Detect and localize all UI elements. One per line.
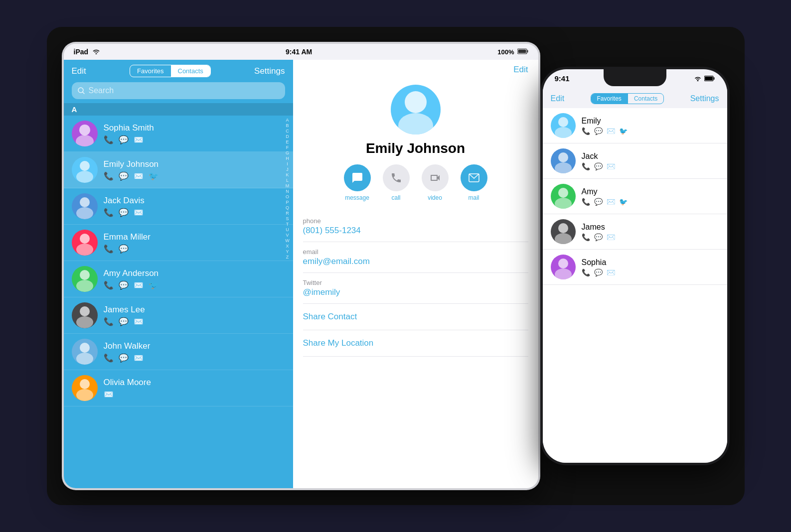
list-item[interactable]: Jack Davis 📞 💬 ✉️	[64, 188, 293, 225]
list-item[interactable]: Emily Johnson 📞 💬 ✉️ 🐦	[64, 152, 293, 188]
search-input[interactable]	[89, 86, 279, 95]
phone-icon: 📞	[104, 135, 114, 144]
detail-panel: Edit Emily Johnson message	[293, 60, 538, 488]
share-location-label: Share My Location	[303, 338, 528, 348]
iphone-list-item[interactable]: Jack 📞 💬 ✉️	[543, 143, 727, 179]
alpha-o[interactable]: O	[284, 194, 291, 199]
contact-actions: 📞 💬 ✉️	[104, 353, 285, 363]
message-action-button[interactable]: message	[344, 164, 371, 201]
svg-point-18	[76, 353, 93, 365]
list-item[interactable]: Sophia Smith 📞 💬 ✉️	[64, 116, 293, 152]
alpha-g[interactable]: G	[284, 150, 291, 155]
svg-point-6	[76, 135, 94, 146]
favorites-tab[interactable]: Favorites	[130, 65, 170, 77]
ipad-clock: 9:41 AM	[286, 48, 312, 56]
alpha-j[interactable]: J	[284, 167, 291, 172]
iphone-list-item[interactable]: James 📞 💬 ✉️	[543, 214, 727, 250]
detail-fields: phone (801) 555-1234 email emily@email.c…	[293, 211, 538, 357]
alpha-e[interactable]: E	[284, 139, 291, 144]
alpha-y[interactable]: Y	[284, 249, 291, 254]
mail-icon: ✉️	[104, 390, 114, 399]
settings-button[interactable]: Settings	[254, 66, 285, 76]
alpha-r[interactable]: R	[284, 211, 291, 216]
iphone-list-item[interactable]: Sophia 📞 💬 ✉️	[543, 250, 727, 285]
phone-value[interactable]: (801) 555-1234	[303, 226, 528, 236]
share-contact-row[interactable]: Share Contact	[303, 304, 528, 330]
twitter-value[interactable]: @imemily	[303, 287, 528, 297]
contact-name: John Walker	[104, 341, 285, 351]
detail-contact-name: Emily Johnson	[366, 140, 465, 156]
alpha-b[interactable]: B	[284, 123, 291, 128]
iphone-message-icon: 💬	[594, 233, 603, 241]
wifi-icon	[92, 48, 100, 56]
share-location-row[interactable]: Share My Location	[303, 330, 528, 357]
alpha-a[interactable]: A	[284, 118, 291, 123]
svg-point-5	[79, 125, 90, 135]
svg-rect-1	[527, 50, 528, 52]
list-item[interactable]: James Lee 📞 💬 ✉️	[64, 297, 293, 334]
iphone-list-item[interactable]: Amy 📞 💬 ✉️ 🐦	[543, 179, 727, 214]
list-item[interactable]: John Walker 📞 💬 ✉️	[64, 334, 293, 370]
mail-icon: ✉️	[134, 208, 144, 217]
video-label: video	[428, 194, 442, 201]
iphone-favorites-tab[interactable]: Favorites	[591, 94, 628, 104]
iphone-status-icons	[694, 76, 715, 81]
alpha-w[interactable]: W	[284, 238, 291, 243]
iphone-contacts-tab[interactable]: Contacts	[628, 94, 663, 104]
svg-point-29	[558, 152, 568, 162]
alphabet-index: A B C D E F G H I J K L M	[284, 116, 291, 262]
iphone-edit-button[interactable]: Edit	[551, 94, 565, 103]
alpha-i[interactable]: I	[284, 161, 291, 166]
alpha-f[interactable]: F	[284, 145, 291, 150]
iphone-time: 9:41	[555, 74, 570, 83]
alpha-p[interactable]: P	[284, 200, 291, 205]
video-circle	[422, 164, 449, 191]
alpha-h[interactable]: H	[284, 156, 291, 161]
mail-action-button[interactable]: mail	[461, 164, 487, 201]
svg-point-17	[80, 343, 90, 353]
avatar	[72, 193, 98, 219]
contact-actions: 📞 💬 ✉️	[104, 135, 285, 144]
alpha-z[interactable]: Z	[284, 255, 291, 260]
alpha-l[interactable]: L	[284, 178, 291, 183]
iphone-avatar	[551, 184, 576, 209]
iphone-contact-info: Emily 📞 💬 ✉️ 🐦	[582, 117, 719, 135]
video-action-button[interactable]: video	[422, 164, 449, 201]
list-item[interactable]: Olivia Moore ✉️	[64, 370, 293, 406]
email-value[interactable]: emily@email.com	[303, 257, 528, 266]
twitter-field: Twitter @imemily	[303, 273, 528, 304]
alpha-d[interactable]: D	[284, 134, 291, 139]
search-icon	[78, 87, 85, 94]
contacts-panel: Edit Favorites Contacts Settings	[64, 60, 293, 488]
alpha-u[interactable]: U	[284, 227, 291, 232]
message-icon: 💬	[119, 244, 129, 254]
alpha-s[interactable]: S	[284, 216, 291, 221]
alpha-v[interactable]: V	[284, 233, 291, 238]
alpha-x[interactable]: X	[284, 244, 291, 249]
edit-button[interactable]: Edit	[72, 66, 86, 76]
alpha-m[interactable]: M	[284, 183, 291, 188]
iphone-settings-button[interactable]: Settings	[690, 94, 719, 103]
iphone-wifi-icon	[694, 76, 701, 81]
iphone-contact-info: Sophia 📞 💬 ✉️	[582, 258, 719, 276]
avatar	[72, 266, 98, 292]
iphone-mail-icon: ✉️	[607, 198, 615, 206]
alpha-q[interactable]: Q	[284, 205, 291, 210]
alpha-c[interactable]: C	[284, 129, 291, 133]
iphone-list-item[interactable]: Emily 📞 💬 ✉️ 🐦	[543, 108, 727, 143]
detail-edit-button[interactable]: Edit	[513, 65, 528, 75]
iphone-screen: 9:41 Edit Favorites Contacts Settings	[543, 69, 727, 463]
alpha-t[interactable]: T	[284, 222, 291, 227]
alpha-n[interactable]: N	[284, 189, 291, 194]
iphone-nav: Edit Favorites Contacts Settings	[543, 89, 727, 108]
call-label: call	[391, 194, 400, 201]
avatar	[72, 121, 98, 146]
contact-name: Sophia Smith	[104, 123, 285, 133]
iphone-battery-icon	[704, 76, 715, 81]
alpha-k[interactable]: K	[284, 172, 291, 177]
list-item[interactable]: Emma Miller 📞 💬	[64, 225, 293, 261]
contacts-tab[interactable]: Contacts	[171, 65, 210, 77]
iphone-status-bar: 9:41	[543, 69, 727, 89]
list-item[interactable]: Amy Anderson 📞 💬 ✉️ 🐦	[64, 261, 293, 297]
call-action-button[interactable]: call	[383, 164, 410, 201]
